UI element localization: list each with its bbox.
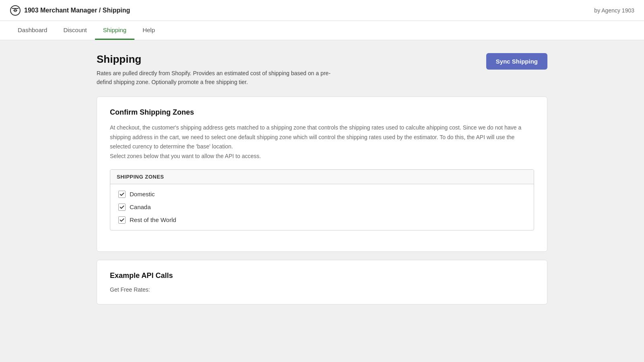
nav-item-shipping[interactable]: Shipping <box>95 21 134 40</box>
zone-item-rest-of-world: Rest of the World <box>118 216 526 224</box>
nav-item-help[interactable]: Help <box>134 21 163 40</box>
header-left: 1903 Merchant Manager / Shipping <box>10 5 130 16</box>
zones-box-header: SHIPPING ZONES <box>110 170 534 184</box>
zone-label-rest-of-world: Rest of the World <box>130 216 176 223</box>
confirm-shipping-zones-card: Confirm Shipping Zones At checkout, the … <box>97 97 547 252</box>
page-title: Shipping <box>97 53 330 66</box>
header-agency: by Agency 1903 <box>594 7 634 14</box>
zone-item-domestic: Domestic <box>118 191 526 198</box>
sync-shipping-button[interactable]: Sync Shipping <box>486 53 547 70</box>
zone-checkbox-canada[interactable] <box>118 204 126 211</box>
confirm-zones-description: At checkout, the customer's shipping add… <box>110 123 534 161</box>
zone-label-domestic: Domestic <box>130 191 155 197</box>
zones-list: Domestic Canada <box>110 184 534 230</box>
header-title: 1903 Merchant Manager / Shipping <box>24 7 130 14</box>
page-header-text: Shipping Rates are pulled directly from … <box>97 53 330 87</box>
get-free-rates-label: Get Free Rates: <box>110 286 534 293</box>
merchant-manager-icon <box>10 5 21 16</box>
nav-item-discount[interactable]: Discount <box>55 21 95 40</box>
page-header: Shipping Rates are pulled directly from … <box>97 53 547 87</box>
zone-checkbox-domestic[interactable] <box>118 191 126 198</box>
main-nav: Dashboard Discount Shipping Help <box>0 21 644 40</box>
main-content: Shipping Rates are pulled directly from … <box>80 40 564 325</box>
example-api-title: Example API Calls <box>110 272 534 280</box>
nav-item-dashboard[interactable]: Dashboard <box>10 21 55 40</box>
confirm-zones-title: Confirm Shipping Zones <box>110 108 534 117</box>
zone-label-canada: Canada <box>130 204 151 210</box>
shipping-zones-box: SHIPPING ZONES Domestic <box>110 169 534 230</box>
example-api-calls-card: Example API Calls Get Free Rates: <box>97 260 547 304</box>
zone-item-canada: Canada <box>118 204 526 211</box>
app-header: 1903 Merchant Manager / Shipping by Agen… <box>0 0 644 21</box>
page-description: Rates are pulled directly from Shopify. … <box>97 69 330 87</box>
zone-checkbox-rest-of-world[interactable] <box>118 216 126 224</box>
